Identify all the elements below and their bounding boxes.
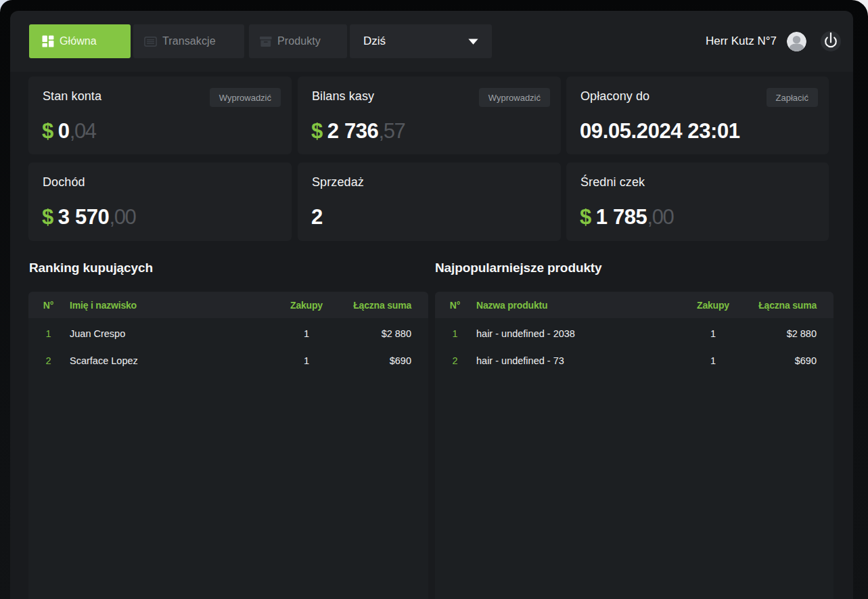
- app-window: Główna Transakcje: [10, 11, 853, 599]
- col-header-no: N°: [435, 299, 475, 310]
- value-decimals: ,04: [70, 119, 96, 143]
- pay-button[interactable]: Zapłacić: [767, 88, 818, 107]
- table-header-row: N° Imię i nazwisko Zakupy Łączna suma: [28, 292, 428, 318]
- cell-no: 2: [435, 355, 475, 366]
- cell-name: hair - undefined - 73: [476, 355, 564, 366]
- card-value: 09.05.2024 23:01: [580, 119, 740, 143]
- card-oplacony-do: Opłacony do Zapłacić 09.05.2024 23:01: [566, 76, 829, 154]
- products-box-icon: [260, 37, 272, 47]
- card-stan-konta: Stan konta Wyprowadzić $0,04: [28, 76, 292, 154]
- card-title: Opłacony do: [580, 89, 649, 104]
- col-header-name: Nazwa produktu: [476, 299, 547, 310]
- cell-qty: 1: [666, 328, 760, 338]
- cell-sum: $690: [390, 355, 411, 366]
- dashboard-grid-icon: [42, 35, 54, 47]
- cell-name: Scarface Lopez: [70, 355, 138, 366]
- popular-products-table: N° Nazwa produktu Zakupy Łączna suma 1 h…: [435, 292, 833, 599]
- table-header-row: N° Nazwa produktu Zakupy Łączna suma: [435, 292, 833, 318]
- page-backdrop: Główna Transakcje: [0, 0, 868, 599]
- value-decimals: ,57: [378, 119, 405, 143]
- card-value: $3 570,00: [42, 205, 135, 229]
- table-row[interactable]: 2 Scarface Lopez 1 $690: [28, 346, 428, 374]
- tab-produkty-label: Produkty: [277, 35, 321, 47]
- value-whole: 0: [58, 119, 70, 143]
- dashboard-content: Stan konta Wyprowadzić $0,04 Bilans kasy…: [10, 72, 853, 599]
- col-header-name: Imię i nazwisko: [70, 299, 137, 310]
- card-title: Dochód: [43, 175, 85, 190]
- currency-sign: $: [42, 205, 53, 229]
- col-header-no: N°: [28, 299, 68, 310]
- cell-sum: $2 880: [787, 328, 817, 338]
- buyers-ranking-table: N° Imię i nazwisko Zakupy Łączna suma 1 …: [28, 292, 428, 599]
- value-whole: 2 736: [327, 119, 379, 143]
- withdraw-button[interactable]: Wyprowadzić: [479, 88, 550, 107]
- card-sredni-czek: Średni czek $1 785,00: [566, 162, 829, 241]
- currency-sign: $: [580, 205, 591, 229]
- tab-glowna-label: Główna: [60, 35, 97, 47]
- transactions-icon: [144, 37, 157, 47]
- table-row[interactable]: 2 hair - undefined - 73 1 $690: [435, 346, 833, 374]
- cell-qty: 1: [666, 355, 760, 366]
- value-whole: 1 785: [596, 205, 647, 229]
- tab-produkty[interactable]: Produkty: [249, 24, 347, 58]
- logout-power-button[interactable]: [821, 31, 841, 51]
- withdraw-button[interactable]: Wyprowadzić: [210, 88, 281, 107]
- cell-name: Juan Crespo: [70, 328, 125, 338]
- table-row[interactable]: 1 hair - undefined - 2038 1 $2 880: [435, 318, 833, 346]
- avatar[interactable]: [787, 32, 806, 51]
- cell-sum: $690: [795, 355, 817, 366]
- cell-name: hair - undefined - 2038: [476, 328, 575, 338]
- cell-sum: $2 880: [382, 328, 411, 338]
- period-dropdown[interactable]: Dziś: [350, 24, 492, 58]
- nav-tabs: Główna Transakcje: [29, 24, 492, 58]
- card-bilans-kasy: Bilans kasy Wyprowadzić $2 736,57: [298, 76, 561, 154]
- card-dochod: Dochód $3 570,00: [28, 162, 292, 241]
- card-title: Średni czek: [580, 175, 645, 190]
- user-area: Herr Kutz N°7: [706, 24, 841, 58]
- top-navbar: Główna Transakcje: [10, 11, 853, 72]
- table-row[interactable]: 1 Juan Crespo 1 $2 880: [28, 318, 428, 346]
- tab-glowna[interactable]: Główna: [29, 24, 131, 58]
- chevron-down-icon: [468, 39, 478, 45]
- cell-qty: 1: [259, 355, 354, 366]
- card-sprzedaz: Sprzedaż 2: [298, 162, 561, 241]
- cell-no: 1: [28, 328, 68, 338]
- value-whole: 2: [311, 205, 323, 229]
- cell-qty: 1: [259, 328, 354, 338]
- card-value: $2 736,57: [311, 119, 405, 143]
- user-name: Herr Kutz N°7: [706, 35, 777, 48]
- currency-sign: $: [311, 119, 323, 143]
- value-decimals: ,00: [647, 205, 673, 229]
- card-title: Sprzedaż: [312, 175, 364, 190]
- popular-products-title: Najpopularniejsze produkty: [435, 261, 602, 275]
- col-header-sum: Łączna suma: [353, 299, 411, 310]
- card-value: 2: [311, 205, 323, 229]
- tab-transakcje-label: Transakcje: [162, 35, 216, 47]
- col-header-qty: Zakupy: [666, 299, 760, 310]
- cell-no: 1: [435, 328, 475, 338]
- buyers-ranking-title: Ranking kupujących: [29, 261, 153, 275]
- period-dropdown-value: Dziś: [363, 35, 386, 48]
- cell-no: 2: [28, 355, 68, 366]
- col-header-sum: Łączna suma: [758, 299, 817, 310]
- col-header-qty: Zakupy: [259, 299, 354, 310]
- card-value: $0,04: [42, 119, 96, 143]
- currency-sign: $: [42, 119, 53, 143]
- value-whole: 3 570: [58, 205, 110, 229]
- card-value: $1 785,00: [580, 205, 673, 229]
- card-title: Stan konta: [43, 89, 101, 104]
- tab-transakcje[interactable]: Transakcje: [133, 24, 244, 58]
- value-decimals: ,00: [109, 205, 135, 229]
- card-title: Bilans kasy: [312, 89, 374, 104]
